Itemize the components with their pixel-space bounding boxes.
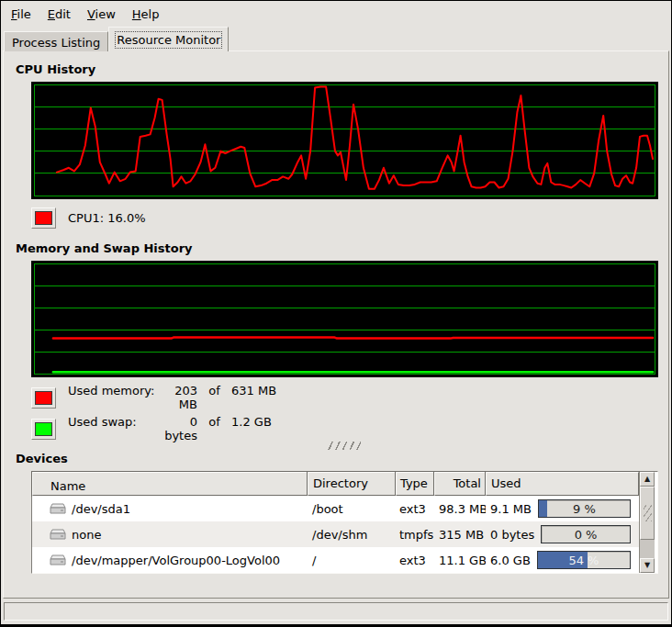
used-swap-label: Used swap:	[68, 415, 156, 442]
cpu1-color	[35, 211, 52, 225]
menu-file[interactable]: File	[3, 4, 39, 25]
device-name: none	[32, 528, 308, 542]
device-total: 11.1 GB	[434, 554, 486, 567]
device-total: 98.3 MB	[434, 502, 486, 516]
disk-icon	[50, 529, 66, 541]
used-memory-color	[35, 391, 52, 405]
device-type: ext3	[396, 502, 434, 516]
scrollbar-trough[interactable]	[640, 540, 655, 558]
usage-progress-bar: 9 %	[538, 499, 631, 518]
tab-resource-monitor-label: Resource Monitor	[117, 33, 220, 47]
resource-monitor-page: CPU History CPU1: 16.0% Memory and Swap …	[3, 50, 669, 599]
scroll-down-button[interactable]: ▼	[640, 558, 655, 573]
menubar: File Edit View Help	[1, 1, 671, 27]
device-total: 315 MB	[434, 528, 486, 542]
used-memory-total: 631 MB	[231, 384, 276, 411]
usage-percent-label: 9 %	[539, 500, 630, 517]
usage-progress-bar: 0 %	[541, 525, 631, 543]
tab-process-listing[interactable]: Process Listing	[4, 31, 108, 51]
device-directory: /boot	[308, 502, 396, 516]
swap-legend-row: Used swap: 0 bytes of 1.2 GB	[31, 418, 656, 440]
device-directory: /	[308, 554, 396, 567]
cpu1-color-swatch[interactable]	[31, 207, 56, 229]
usage-percent-label: 54 %	[538, 552, 630, 568]
disk-icon	[50, 503, 66, 515]
column-header-name[interactable]: Name	[32, 472, 308, 496]
pane-resize-grip[interactable]	[328, 442, 361, 450]
cpu-history-title: CPU History	[16, 62, 656, 76]
device-name: /dev/mapper/VolGroup00-LogVol00	[32, 554, 308, 567]
device-type: ext3	[396, 554, 434, 567]
usage-progress-bar: 54 %	[537, 551, 631, 569]
column-header-total[interactable]: Total	[434, 472, 486, 496]
menu-help[interactable]: Help	[124, 4, 168, 25]
used-memory-of: of	[197, 384, 231, 411]
used-swap-value: 0 bytes	[156, 415, 197, 442]
device-row[interactable]: none/dev/shmtmpfs315 MB0 bytes0 %	[32, 521, 639, 547]
scrollbar-thumb[interactable]	[640, 487, 655, 540]
status-bar	[4, 602, 668, 621]
system-monitor-window: File Edit View Help Process Listing Reso…	[0, 0, 672, 627]
scroll-down-icon: ▼	[644, 562, 650, 569]
devices-title: Devices	[16, 452, 656, 465]
memory-swap-history-chart	[31, 261, 658, 377]
used-memory-label: Used memory:	[68, 384, 156, 411]
used-swap-of: of	[197, 415, 231, 442]
usage-percent-label: 0 %	[542, 526, 630, 543]
used-swap-color-swatch[interactable]	[31, 419, 56, 440]
device-type: tmpfs	[396, 528, 434, 542]
tab-resource-monitor[interactable]: Resource Monitor	[108, 27, 229, 51]
memory-history-title: Memory and Swap History	[16, 241, 656, 255]
devices-table-header: Name Directory Type Total Used	[32, 472, 639, 496]
vertical-scrollbar[interactable]: ▲ ▼	[639, 472, 655, 573]
used-memory-value: 203 MB	[156, 384, 197, 411]
used-swap-total: 1.2 GB	[231, 415, 272, 442]
menu-edit[interactable]: Edit	[39, 4, 79, 25]
devices-table: Name Directory Type Total Used /dev/sda1…	[31, 471, 658, 574]
device-used: 6.0 GB54 %	[486, 551, 639, 569]
device-name: /dev/sda1	[32, 502, 308, 516]
cpu1-legend-label: CPU1: 16.0%	[68, 211, 146, 225]
cpu-history-chart	[31, 82, 658, 199]
device-used: 0 bytes0 %	[486, 525, 639, 543]
device-row[interactable]: /dev/mapper/VolGroup00-LogVol00/ext311.1…	[32, 547, 639, 573]
device-used: 9.1 MB9 %	[486, 499, 639, 518]
cpu-legend: CPU1: 16.0%	[31, 207, 656, 229]
used-memory-color-swatch[interactable]	[31, 387, 56, 409]
column-header-type[interactable]: Type	[396, 472, 434, 496]
scrollbar-grip-icon	[644, 505, 652, 521]
menu-view[interactable]: View	[79, 4, 124, 25]
column-header-directory[interactable]: Directory	[308, 472, 396, 496]
scroll-up-icon: ▲	[644, 476, 650, 483]
used-swap-color	[35, 422, 52, 436]
disk-icon	[50, 554, 66, 566]
device-row[interactable]: /dev/sda1/bootext398.3 MB9.1 MB9 %	[32, 496, 639, 521]
column-header-used[interactable]: Used	[486, 472, 639, 496]
memory-legend-row: Used memory: 203 MB of 631 MB	[31, 386, 656, 409]
device-directory: /dev/shm	[308, 528, 396, 542]
tab-bar: Process Listing Resource Monitor	[1, 27, 671, 51]
scroll-up-button[interactable]: ▲	[640, 472, 655, 487]
